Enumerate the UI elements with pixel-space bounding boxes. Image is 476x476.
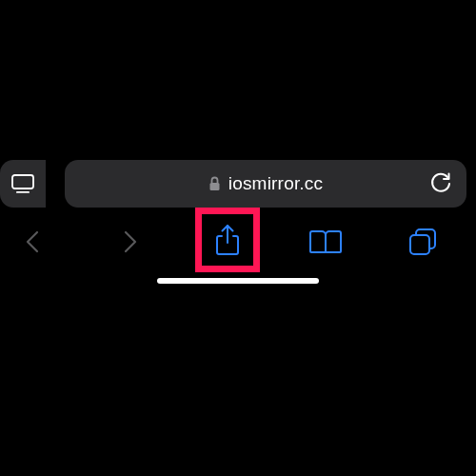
bottom-toolbar bbox=[0, 208, 476, 267]
url-bar-row: iosmirror.cc bbox=[0, 160, 476, 208]
lock-icon bbox=[208, 176, 221, 191]
share-icon bbox=[215, 224, 240, 256]
tabs-button[interactable] bbox=[390, 217, 455, 267]
reload-icon bbox=[430, 172, 451, 195]
svg-rect-2 bbox=[209, 183, 219, 190]
page-settings-button[interactable] bbox=[0, 160, 46, 208]
share-button[interactable] bbox=[215, 224, 240, 256]
back-button[interactable] bbox=[0, 217, 65, 267]
url-bar[interactable]: iosmirror.cc bbox=[65, 160, 466, 208]
bookmarks-button[interactable] bbox=[293, 217, 358, 267]
share-button-highlight bbox=[195, 208, 260, 272]
forward-button[interactable] bbox=[98, 217, 163, 267]
safari-bottom-ui: iosmirror.cc bbox=[0, 160, 476, 267]
home-indicator[interactable] bbox=[157, 278, 319, 284]
bookmarks-icon bbox=[308, 228, 343, 255]
back-icon bbox=[25, 229, 40, 254]
reload-button[interactable] bbox=[430, 172, 451, 195]
tabs-icon bbox=[408, 228, 437, 256]
svg-rect-3 bbox=[410, 235, 429, 254]
svg-rect-0 bbox=[12, 175, 33, 188]
reader-icon bbox=[11, 174, 34, 193]
forward-icon bbox=[123, 229, 138, 254]
url-domain-text: iosmirror.cc bbox=[228, 173, 324, 194]
svg-rect-1 bbox=[16, 191, 30, 193]
